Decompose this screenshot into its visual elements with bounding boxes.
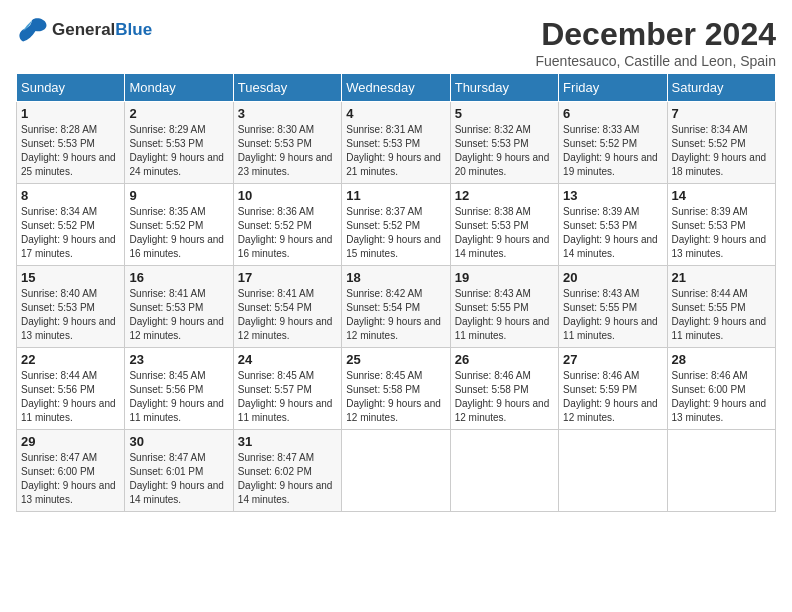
day-info: Sunrise: 8:42 AM Sunset: 5:54 PM Dayligh…: [346, 287, 445, 343]
day-info: Sunrise: 8:47 AM Sunset: 6:02 PM Dayligh…: [238, 451, 337, 507]
day-number: 12: [455, 188, 554, 203]
day-info: Sunrise: 8:28 AM Sunset: 5:53 PM Dayligh…: [21, 123, 120, 179]
calendar-cell: [559, 430, 667, 512]
day-number: 14: [672, 188, 771, 203]
calendar-week-row: 8 Sunrise: 8:34 AM Sunset: 5:52 PM Dayli…: [17, 184, 776, 266]
day-info: Sunrise: 8:43 AM Sunset: 5:55 PM Dayligh…: [563, 287, 662, 343]
day-number: 22: [21, 352, 120, 367]
day-of-week-header: Tuesday: [233, 74, 341, 102]
day-info: Sunrise: 8:46 AM Sunset: 6:00 PM Dayligh…: [672, 369, 771, 425]
day-number: 29: [21, 434, 120, 449]
day-of-week-header: Friday: [559, 74, 667, 102]
calendar-cell: 20 Sunrise: 8:43 AM Sunset: 5:55 PM Dayl…: [559, 266, 667, 348]
calendar-cell: 24 Sunrise: 8:45 AM Sunset: 5:57 PM Dayl…: [233, 348, 341, 430]
day-info: Sunrise: 8:46 AM Sunset: 5:58 PM Dayligh…: [455, 369, 554, 425]
calendar-cell: 2 Sunrise: 8:29 AM Sunset: 5:53 PM Dayli…: [125, 102, 233, 184]
day-of-week-header: Monday: [125, 74, 233, 102]
day-info: Sunrise: 8:45 AM Sunset: 5:56 PM Dayligh…: [129, 369, 228, 425]
day-info: Sunrise: 8:36 AM Sunset: 5:52 PM Dayligh…: [238, 205, 337, 261]
day-number: 21: [672, 270, 771, 285]
day-number: 23: [129, 352, 228, 367]
calendar-cell: 4 Sunrise: 8:31 AM Sunset: 5:53 PM Dayli…: [342, 102, 450, 184]
day-info: Sunrise: 8:40 AM Sunset: 5:53 PM Dayligh…: [21, 287, 120, 343]
calendar-cell: 5 Sunrise: 8:32 AM Sunset: 5:53 PM Dayli…: [450, 102, 558, 184]
calendar-title: December 2024: [536, 16, 777, 53]
page-container: GeneralBlue December 2024 Fuentesauco, C…: [16, 16, 776, 512]
calendar-cell: 27 Sunrise: 8:46 AM Sunset: 5:59 PM Dayl…: [559, 348, 667, 430]
day-number: 28: [672, 352, 771, 367]
day-number: 24: [238, 352, 337, 367]
calendar-cell: 18 Sunrise: 8:42 AM Sunset: 5:54 PM Dayl…: [342, 266, 450, 348]
day-number: 30: [129, 434, 228, 449]
day-number: 1: [21, 106, 120, 121]
calendar-cell: 11 Sunrise: 8:37 AM Sunset: 5:52 PM Dayl…: [342, 184, 450, 266]
calendar-week-row: 1 Sunrise: 8:28 AM Sunset: 5:53 PM Dayli…: [17, 102, 776, 184]
day-number: 31: [238, 434, 337, 449]
day-number: 26: [455, 352, 554, 367]
calendar-cell: 3 Sunrise: 8:30 AM Sunset: 5:53 PM Dayli…: [233, 102, 341, 184]
day-of-week-header: Sunday: [17, 74, 125, 102]
calendar-cell: [450, 430, 558, 512]
day-info: Sunrise: 8:41 AM Sunset: 5:53 PM Dayligh…: [129, 287, 228, 343]
day-info: Sunrise: 8:38 AM Sunset: 5:53 PM Dayligh…: [455, 205, 554, 261]
calendar-cell: 31 Sunrise: 8:47 AM Sunset: 6:02 PM Dayl…: [233, 430, 341, 512]
day-number: 25: [346, 352, 445, 367]
page-header: GeneralBlue December 2024 Fuentesauco, C…: [16, 16, 776, 69]
calendar-cell: 14 Sunrise: 8:39 AM Sunset: 5:53 PM Dayl…: [667, 184, 775, 266]
calendar-header-row: SundayMondayTuesdayWednesdayThursdayFrid…: [17, 74, 776, 102]
day-info: Sunrise: 8:29 AM Sunset: 5:53 PM Dayligh…: [129, 123, 228, 179]
day-number: 19: [455, 270, 554, 285]
day-number: 18: [346, 270, 445, 285]
day-number: 7: [672, 106, 771, 121]
calendar-cell: 10 Sunrise: 8:36 AM Sunset: 5:52 PM Dayl…: [233, 184, 341, 266]
calendar-subtitle: Fuentesauco, Castille and Leon, Spain: [536, 53, 777, 69]
calendar-week-row: 22 Sunrise: 8:44 AM Sunset: 5:56 PM Dayl…: [17, 348, 776, 430]
calendar-cell: 9 Sunrise: 8:35 AM Sunset: 5:52 PM Dayli…: [125, 184, 233, 266]
day-number: 20: [563, 270, 662, 285]
calendar-cell: 1 Sunrise: 8:28 AM Sunset: 5:53 PM Dayli…: [17, 102, 125, 184]
calendar-cell: 21 Sunrise: 8:44 AM Sunset: 5:55 PM Dayl…: [667, 266, 775, 348]
calendar-week-row: 29 Sunrise: 8:47 AM Sunset: 6:00 PM Dayl…: [17, 430, 776, 512]
day-info: Sunrise: 8:46 AM Sunset: 5:59 PM Dayligh…: [563, 369, 662, 425]
calendar-cell: 15 Sunrise: 8:40 AM Sunset: 5:53 PM Dayl…: [17, 266, 125, 348]
day-info: Sunrise: 8:34 AM Sunset: 5:52 PM Dayligh…: [21, 205, 120, 261]
day-info: Sunrise: 8:44 AM Sunset: 5:56 PM Dayligh…: [21, 369, 120, 425]
day-number: 27: [563, 352, 662, 367]
title-block: December 2024 Fuentesauco, Castille and …: [536, 16, 777, 69]
day-info: Sunrise: 8:45 AM Sunset: 5:57 PM Dayligh…: [238, 369, 337, 425]
calendar-cell: 29 Sunrise: 8:47 AM Sunset: 6:00 PM Dayl…: [17, 430, 125, 512]
day-number: 3: [238, 106, 337, 121]
calendar-cell: 17 Sunrise: 8:41 AM Sunset: 5:54 PM Dayl…: [233, 266, 341, 348]
calendar-cell: 13 Sunrise: 8:39 AM Sunset: 5:53 PM Dayl…: [559, 184, 667, 266]
calendar-cell: [667, 430, 775, 512]
calendar-cell: 22 Sunrise: 8:44 AM Sunset: 5:56 PM Dayl…: [17, 348, 125, 430]
calendar-cell: 23 Sunrise: 8:45 AM Sunset: 5:56 PM Dayl…: [125, 348, 233, 430]
day-info: Sunrise: 8:43 AM Sunset: 5:55 PM Dayligh…: [455, 287, 554, 343]
day-info: Sunrise: 8:39 AM Sunset: 5:53 PM Dayligh…: [672, 205, 771, 261]
day-info: Sunrise: 8:45 AM Sunset: 5:58 PM Dayligh…: [346, 369, 445, 425]
calendar-cell: 28 Sunrise: 8:46 AM Sunset: 6:00 PM Dayl…: [667, 348, 775, 430]
day-number: 9: [129, 188, 228, 203]
calendar-cell: 30 Sunrise: 8:47 AM Sunset: 6:01 PM Dayl…: [125, 430, 233, 512]
calendar-cell: 8 Sunrise: 8:34 AM Sunset: 5:52 PM Dayli…: [17, 184, 125, 266]
day-info: Sunrise: 8:30 AM Sunset: 5:53 PM Dayligh…: [238, 123, 337, 179]
day-number: 11: [346, 188, 445, 203]
day-number: 5: [455, 106, 554, 121]
day-info: Sunrise: 8:47 AM Sunset: 6:01 PM Dayligh…: [129, 451, 228, 507]
day-number: 2: [129, 106, 228, 121]
calendar-cell: 7 Sunrise: 8:34 AM Sunset: 5:52 PM Dayli…: [667, 102, 775, 184]
day-number: 10: [238, 188, 337, 203]
day-info: Sunrise: 8:31 AM Sunset: 5:53 PM Dayligh…: [346, 123, 445, 179]
logo-icon: [16, 16, 48, 44]
day-info: Sunrise: 8:44 AM Sunset: 5:55 PM Dayligh…: [672, 287, 771, 343]
calendar-cell: [342, 430, 450, 512]
day-of-week-header: Saturday: [667, 74, 775, 102]
day-number: 4: [346, 106, 445, 121]
day-info: Sunrise: 8:34 AM Sunset: 5:52 PM Dayligh…: [672, 123, 771, 179]
day-number: 16: [129, 270, 228, 285]
day-info: Sunrise: 8:35 AM Sunset: 5:52 PM Dayligh…: [129, 205, 228, 261]
logo-text: GeneralBlue: [52, 20, 152, 40]
calendar-cell: 16 Sunrise: 8:41 AM Sunset: 5:53 PM Dayl…: [125, 266, 233, 348]
calendar-table: SundayMondayTuesdayWednesdayThursdayFrid…: [16, 73, 776, 512]
calendar-cell: 19 Sunrise: 8:43 AM Sunset: 5:55 PM Dayl…: [450, 266, 558, 348]
